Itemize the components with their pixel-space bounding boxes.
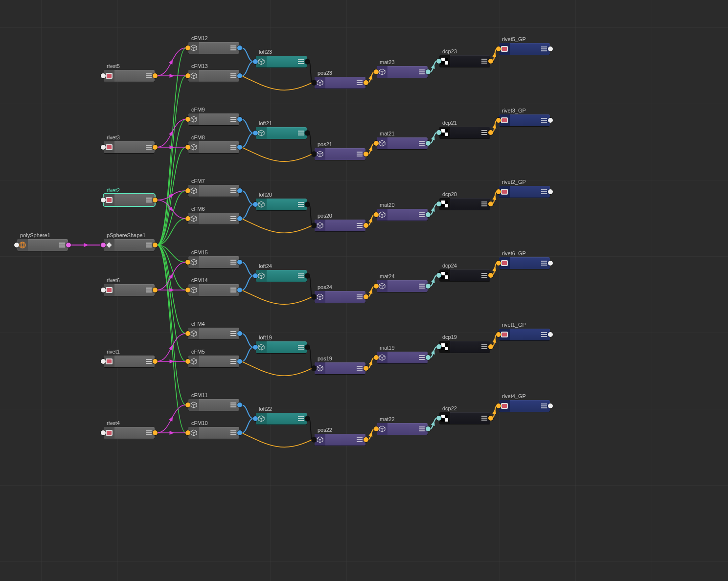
node-pSphereShape1[interactable]: pSphereShape1	[104, 239, 155, 251]
node-menu-icon[interactable]	[541, 403, 547, 408]
port-in[interactable]	[374, 69, 379, 74]
port-out[interactable]	[237, 288, 242, 292]
node-dcp24[interactable]: dcp24	[439, 269, 490, 281]
node-loft20[interactable]: loft20	[256, 199, 307, 210]
node-mat23[interactable]: mat23	[377, 66, 428, 78]
port-out[interactable]	[305, 59, 310, 64]
port-out[interactable]	[66, 243, 71, 247]
node-menu-icon[interactable]	[481, 130, 487, 135]
port-out[interactable]	[488, 130, 493, 135]
port-in[interactable]	[374, 212, 379, 217]
node-mat20[interactable]: mat20	[377, 209, 428, 221]
port-in[interactable]	[253, 273, 258, 278]
node-polySphere1[interactable]: polySphere1	[17, 239, 68, 251]
node-menu-icon[interactable]	[230, 288, 236, 292]
node-pos19[interactable]: pos19	[315, 362, 365, 374]
node-menu-icon[interactable]	[419, 212, 425, 217]
node-mat24[interactable]: mat24	[377, 280, 428, 292]
node-mat21[interactable]: mat21	[377, 137, 428, 149]
port-out[interactable]	[364, 437, 368, 442]
node-menu-icon[interactable]	[146, 145, 152, 150]
port-in[interactable]	[496, 403, 501, 408]
node-menu-icon[interactable]	[146, 288, 152, 292]
port-in[interactable]	[101, 73, 106, 78]
port-in[interactable]	[185, 430, 190, 435]
node-menu-icon[interactable]	[230, 402, 236, 407]
port-in[interactable]	[312, 294, 317, 299]
node-menu-icon[interactable]	[419, 69, 425, 74]
port-in[interactable]	[185, 45, 190, 50]
port-in[interactable]	[496, 332, 501, 337]
node-menu-icon[interactable]	[146, 430, 152, 435]
port-in[interactable]	[185, 359, 190, 364]
node-menu-icon[interactable]	[357, 437, 363, 442]
node-menu-icon[interactable]	[419, 426, 425, 431]
node-menu-icon[interactable]	[481, 344, 487, 349]
port-in[interactable]	[436, 130, 441, 135]
port-out[interactable]	[426, 141, 431, 146]
port-out[interactable]	[548, 403, 553, 408]
node-menu-icon[interactable]	[230, 117, 236, 122]
port-out[interactable]	[153, 243, 158, 247]
port-out[interactable]	[237, 331, 242, 336]
node-rivet1_GP[interactable]: rivet1_GP	[499, 329, 550, 340]
node-menu-icon[interactable]	[481, 201, 487, 206]
port-in[interactable]	[185, 117, 190, 122]
node-rivet3[interactable]: rivet3	[104, 141, 155, 153]
port-in[interactable]	[101, 359, 106, 364]
node-dcp20[interactable]: dcp20	[439, 198, 490, 210]
port-out[interactable]	[153, 73, 158, 78]
node-menu-icon[interactable]	[298, 345, 304, 350]
node-menu-icon[interactable]	[146, 359, 152, 364]
port-out[interactable]	[153, 359, 158, 364]
port-in[interactable]	[374, 284, 379, 289]
port-in[interactable]	[101, 145, 106, 150]
port-in[interactable]	[253, 345, 258, 350]
node-menu-icon[interactable]	[298, 273, 304, 278]
node-pos24[interactable]: pos24	[315, 291, 365, 303]
node-menu-icon[interactable]	[298, 131, 304, 135]
node-cFM13[interactable]: cFM13	[188, 70, 239, 82]
node-menu-icon[interactable]	[481, 59, 487, 64]
node-rivet3_GP[interactable]: rivet3_GP	[499, 114, 550, 126]
port-out[interactable]	[305, 416, 310, 421]
node-pos23[interactable]: pos23	[315, 77, 365, 89]
node-cFM4[interactable]: cFM4	[188, 328, 239, 339]
port-out[interactable]	[237, 145, 242, 150]
port-out[interactable]	[548, 118, 553, 123]
node-menu-icon[interactable]	[230, 430, 236, 435]
node-menu-icon[interactable]	[541, 46, 547, 51]
node-pos20[interactable]: pos20	[315, 220, 365, 231]
node-menu-icon[interactable]	[298, 416, 304, 421]
node-cFM5[interactable]: cFM5	[188, 356, 239, 367]
node-menu-icon[interactable]	[419, 141, 425, 146]
node-cFM15[interactable]: cFM15	[188, 256, 239, 268]
port-out[interactable]	[364, 294, 368, 299]
port-out[interactable]	[153, 288, 158, 292]
port-out[interactable]	[305, 131, 310, 135]
port-in[interactable]	[14, 243, 19, 247]
port-out[interactable]	[364, 152, 368, 156]
port-out[interactable]	[305, 202, 310, 207]
node-menu-icon[interactable]	[59, 243, 65, 247]
node-cFM14[interactable]: cFM14	[188, 284, 239, 296]
node-menu-icon[interactable]	[230, 145, 236, 150]
port-out[interactable]	[426, 355, 431, 360]
port-in[interactable]	[185, 288, 190, 292]
port-in[interactable]	[253, 59, 258, 64]
node-loft23[interactable]: loft23	[256, 56, 307, 67]
node-rivet6_GP[interactable]: rivet6_GP	[499, 257, 550, 269]
node-cFM10[interactable]: cFM10	[188, 427, 239, 439]
node-cFM6[interactable]: cFM6	[188, 213, 239, 224]
node-menu-icon[interactable]	[541, 189, 547, 194]
node-loft21[interactable]: loft21	[256, 127, 307, 139]
port-in[interactable]	[496, 189, 501, 194]
node-rivet1[interactable]: rivet1	[104, 356, 155, 367]
port-in[interactable]	[436, 344, 441, 349]
node-menu-icon[interactable]	[230, 188, 236, 193]
port-in[interactable]	[436, 273, 441, 278]
port-in[interactable]	[185, 188, 190, 193]
node-menu-icon[interactable]	[230, 359, 236, 364]
port-in[interactable]	[185, 331, 190, 336]
node-cFM8[interactable]: cFM8	[188, 141, 239, 153]
